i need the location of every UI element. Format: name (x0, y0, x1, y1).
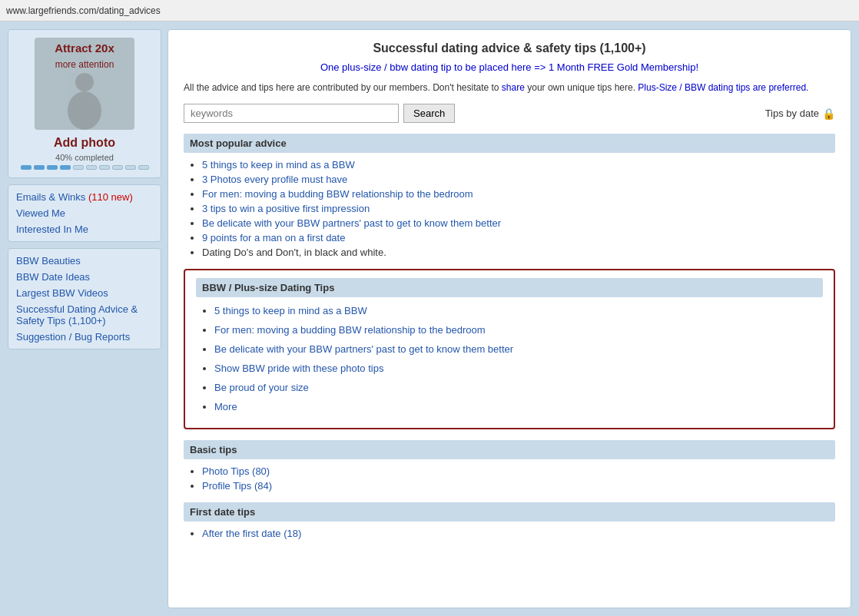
list-item: For men: moving a budding BBW relationsh… (202, 188, 835, 200)
list-item: Be proud of your size (214, 382, 823, 393)
basic-tips-section: Basic tips Photo Tips (80) Profile Tips … (184, 440, 835, 492)
progress-dot-2 (34, 165, 45, 170)
description: All the advice and tips here are contrib… (184, 81, 835, 94)
list-item: 9 points for a man on a first date (202, 232, 835, 243)
progress-dot-5 (73, 165, 84, 170)
list-item: Photo Tips (80) (202, 465, 835, 477)
nav-interested-in-me[interactable]: Interested In Me (16, 224, 153, 235)
browser-url: www.largefriends.com/dating_advices (6, 5, 161, 16)
profile-box: Attract 20x more attention Add photo 40%… (8, 29, 161, 178)
basic-tips-list: Photo Tips (80) Profile Tips (84) (184, 465, 835, 492)
first-date-header: First date tips (184, 502, 835, 522)
description-share-link[interactable]: share (502, 82, 525, 93)
bbw-link[interactable]: Be proud of your size (214, 382, 309, 393)
basic-tips-header: Basic tips (184, 440, 835, 459)
progress-text: 40% completed (16, 153, 153, 162)
browser-bar: www.largefriends.com/dating_advices (0, 0, 859, 22)
photo-tips-count: (80) (252, 465, 270, 477)
tips-by-date[interactable]: Tips by date 🔒 (765, 108, 835, 120)
search-row: Search Tips by date 🔒 (184, 104, 835, 123)
advice-link[interactable]: 9 points for a man on a first date (202, 232, 345, 243)
profile-tips-link[interactable]: Profile Tips (84) (202, 480, 272, 492)
profile-image-area: Attract 20x more attention (35, 38, 134, 130)
progress-dot-10 (138, 165, 149, 170)
links-box: BBW Beauties BBW Date Ideas Largest BBW … (8, 248, 161, 349)
bbw-link[interactable]: Show BBW pride with these photo tips (214, 363, 383, 374)
bbw-more-link[interactable]: More (214, 401, 237, 412)
advice-link[interactable]: Be delicate with your BBW partners' past… (202, 217, 501, 229)
progress-dot-8 (112, 165, 123, 170)
search-left: Search (184, 104, 455, 123)
list-item: Dating Do's and Don't, in black and whit… (202, 247, 835, 258)
after-first-date-count: (18) (284, 528, 301, 539)
bbw-header: BBW / Plus-size Dating Tips (196, 278, 823, 297)
link-bbw-date-ideas[interactable]: BBW Date Ideas (16, 271, 153, 283)
first-date-section: First date tips After the first date (18… (184, 502, 835, 539)
bbw-link[interactable]: For men: moving a budding BBW relationsh… (214, 324, 486, 336)
progress-dot-4 (60, 165, 71, 170)
bbw-list: 5 things to keep in mind as a BBW For me… (196, 305, 823, 412)
link-dating-advice[interactable]: Successful Dating Advice & Safety Tips (… (16, 303, 153, 326)
photo-tips-link[interactable]: Photo Tips (80) (202, 465, 270, 477)
list-item: Profile Tips (84) (202, 480, 835, 492)
link-bbw-beauties[interactable]: BBW Beauties (16, 255, 153, 267)
nav-box: Emails & Winks (110 new) Viewed Me Inter… (8, 184, 161, 242)
page-wrapper: Attract 20x more attention Add photo 40%… (0, 22, 859, 616)
list-item: More (214, 401, 823, 412)
link-largest-bbw-videos[interactable]: Largest BBW Videos (16, 287, 153, 299)
lock-icon: 🔒 (822, 108, 835, 120)
progress-dot-1 (21, 165, 32, 170)
figure-icon (54, 68, 115, 130)
advice-link[interactable]: 3 Photos every profile must have (202, 174, 347, 185)
bbw-link[interactable]: 5 things to keep in mind as a BBW (214, 305, 367, 316)
list-item: After the first date (18) (202, 528, 835, 539)
advice-link[interactable]: For men: moving a budding BBW relationsh… (202, 188, 473, 200)
nav-emails-winks[interactable]: Emails & Winks (110 new) (16, 191, 153, 203)
search-button[interactable]: Search (403, 104, 455, 123)
progress-dot-3 (47, 165, 58, 170)
most-popular-section: Most popular advice 5 things to keep in … (184, 134, 835, 258)
add-photo-button[interactable]: Add photo (16, 136, 153, 150)
nav-viewed-me[interactable]: Viewed Me (16, 207, 153, 219)
list-item: 3 Photos every profile must have (202, 174, 835, 185)
list-item: 5 things to keep in mind as a BBW (214, 305, 823, 316)
sidebar: Attract 20x more attention Add photo 40%… (8, 29, 161, 608)
after-first-date-link[interactable]: After the first date (18) (202, 528, 301, 539)
first-date-list: After the first date (18) (184, 528, 835, 539)
description-bbw-link[interactable]: Plus-Size / BBW dating tips are preferre… (638, 82, 808, 93)
most-popular-header: Most popular advice (184, 134, 835, 153)
advice-link[interactable]: 3 tips to win a positive first impressio… (202, 203, 370, 214)
advice-link[interactable]: 5 things to keep in mind as a BBW (202, 159, 355, 171)
svg-point-0 (75, 73, 94, 91)
description-middle: your own unique tips here. (525, 82, 638, 93)
page-title: Successful dating advice & safety tips (… (184, 41, 835, 55)
list-item: 5 things to keep in mind as a BBW (202, 159, 835, 171)
promo-anchor[interactable]: One plus-size / bbw dating tip to be pla… (320, 61, 698, 73)
advice-text: Dating Do's and Don't, in black and whit… (202, 247, 386, 258)
attract-line1: Attract 20x (35, 41, 134, 55)
list-item: Be delicate with your BBW partners' past… (202, 217, 835, 229)
link-suggestion-bug[interactable]: Suggestion / Bug Reports (16, 331, 153, 343)
progress-dot-9 (125, 165, 136, 170)
bbw-link[interactable]: Be delicate with your BBW partners' past… (214, 343, 513, 355)
description-before: All the advice and tips here are contrib… (184, 82, 502, 93)
profile-tips-count: (84) (254, 480, 272, 492)
progress-dot-7 (99, 165, 110, 170)
progress-dot-6 (86, 165, 97, 170)
list-item: Show BBW pride with these photo tips (214, 363, 823, 374)
svg-point-1 (68, 91, 101, 130)
main-content: Successful dating advice & safety tips (… (167, 29, 851, 608)
search-input[interactable] (184, 104, 399, 123)
list-item: Be delicate with your BBW partners' past… (214, 343, 823, 355)
promo-link: One plus-size / bbw dating tip to be pla… (184, 61, 835, 73)
list-item: 3 tips to win a positive first impressio… (202, 203, 835, 214)
list-item: For men: moving a budding BBW relationsh… (214, 324, 823, 336)
progress-dots (16, 165, 153, 170)
bbw-box: BBW / Plus-size Dating Tips 5 things to … (184, 269, 835, 429)
tips-by-date-label: Tips by date (765, 108, 819, 119)
most-popular-list: 5 things to keep in mind as a BBW 3 Phot… (184, 159, 835, 258)
